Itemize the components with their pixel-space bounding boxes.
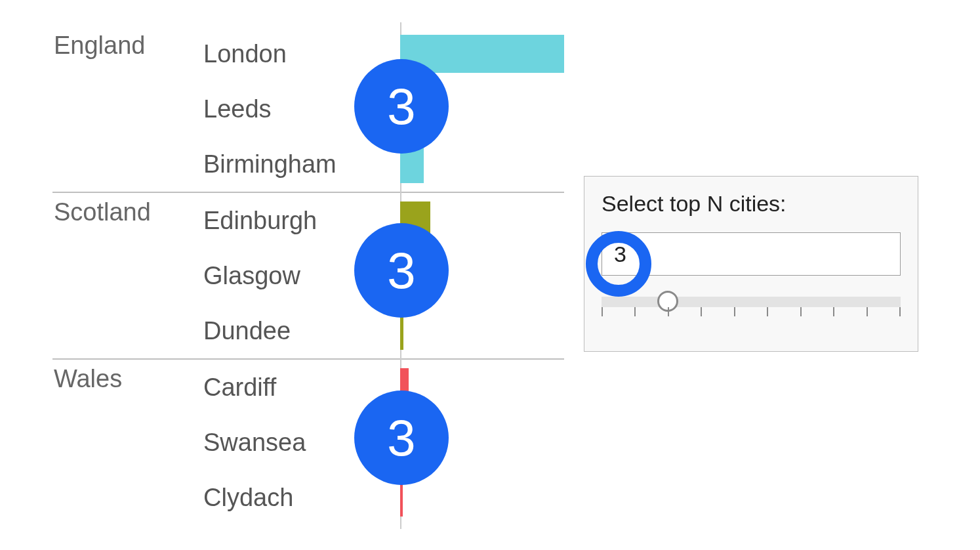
- slider-tick: [899, 307, 901, 316]
- slider-tick: [734, 307, 735, 316]
- slider-tick: [668, 307, 669, 316]
- table-row: England London: [52, 26, 564, 81]
- group-england: England London Leeds Birmingham: [52, 26, 564, 192]
- slider-tick: [767, 307, 768, 316]
- annotation-badge-wales: 3: [354, 391, 449, 485]
- country-label: Scotland: [52, 193, 203, 226]
- table-row: Swansea: [52, 415, 564, 470]
- group-wales: Wales Cardiff Swansea Clydach: [52, 358, 564, 525]
- annotation-highlight-ring: [586, 231, 651, 297]
- country-label: England: [52, 26, 203, 60]
- city-label: Dundee: [203, 317, 400, 345]
- slider-tick: [634, 307, 636, 316]
- city-label: Birmingham: [203, 150, 400, 179]
- city-label: Clydach: [203, 484, 400, 512]
- city-label: Cardiff: [203, 373, 400, 402]
- annotation-badge-scotland: 3: [354, 223, 449, 318]
- slider-tick: [701, 307, 702, 316]
- table-row: Leeds: [52, 81, 564, 137]
- group-scotland: Scotland Edinburgh Glasgow Dundee: [52, 192, 564, 358]
- top-n-slider[interactable]: [602, 293, 901, 319]
- table-row: Clydach: [52, 470, 564, 525]
- parameter-title: Select top N cities:: [602, 191, 901, 217]
- city-label: Edinburgh: [203, 207, 400, 235]
- country-label: Wales: [52, 360, 203, 393]
- table-row: Scotland Edinburgh: [52, 193, 564, 248]
- table-row: Wales Cardiff: [52, 360, 564, 415]
- table-row: Glasgow: [52, 248, 564, 303]
- annotation-badge-england: 3: [354, 59, 449, 154]
- table-row: Birmingham: [52, 137, 564, 192]
- slider-tick: [867, 307, 868, 316]
- slider-tick: [800, 307, 802, 316]
- slider-ticks: [602, 307, 901, 318]
- table-row: Dundee: [52, 303, 564, 358]
- grouped-bar-chart: England London Leeds Birmingham: [52, 26, 564, 525]
- slider-tick: [602, 307, 603, 316]
- slider-tick: [833, 307, 834, 316]
- city-label: London: [203, 40, 400, 68]
- slider-track: [602, 297, 901, 307]
